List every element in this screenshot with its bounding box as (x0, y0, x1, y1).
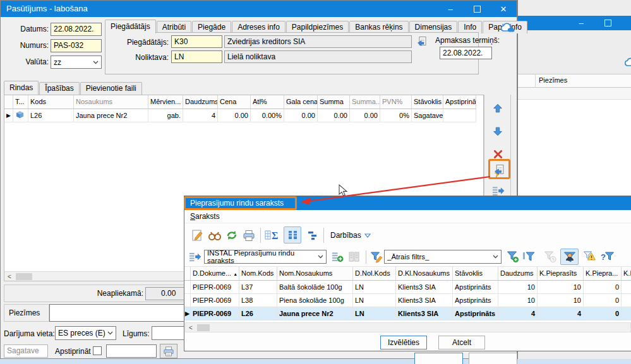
copy-lines-icon[interactable] (491, 184, 505, 197)
tab-rindas[interactable]: Rindas (4, 81, 39, 95)
col-type[interactable]: T... (13, 95, 28, 109)
cell-piepra[interactable]: 0 (584, 281, 622, 294)
menu-saraksts[interactable]: Saraksts (190, 212, 220, 221)
cell-kp[interactable] (622, 307, 631, 320)
date-field[interactable]: 22.08.2022. (51, 23, 102, 36)
cell-kods[interactable]: L26 (239, 307, 277, 320)
cell-nol-kods[interactable]: LN (353, 307, 396, 320)
filter-apply-icon[interactable] (522, 250, 536, 264)
cell-pieprasits[interactable]: 4 (538, 307, 584, 320)
minimize-icon[interactable]: – (568, 16, 594, 30)
cell-stavoklis[interactable]: Apstiprināts (453, 294, 498, 307)
copy-list-icon[interactable] (347, 250, 361, 263)
tab-ipasibas[interactable]: Īpašības (39, 82, 79, 95)
move-line-down-icon[interactable] (491, 125, 504, 138)
cell-kl-nosaukums[interactable]: Klients3 SIA (396, 307, 453, 320)
cell-kp[interactable] (622, 294, 631, 307)
cell-atl[interactable]: 0.00% (251, 109, 284, 122)
pick-from-requests-icon[interactable] (492, 163, 506, 177)
filter-add-icon[interactable] (506, 250, 520, 264)
col-stavoklis[interactable]: Stāvoklis (412, 95, 443, 109)
quick-filter-select[interactable]: _Ātrais filtrs_ (384, 250, 502, 264)
col-pvn[interactable]: PVN% (380, 95, 412, 109)
view-binoculars-icon[interactable] (207, 228, 222, 243)
cell-gala-cena[interactable]: 0.00 (284, 109, 318, 122)
col-nom-nosaukums[interactable]: Nom.Nosaukums (277, 267, 353, 281)
cloud-chat-icon[interactable] (624, 57, 631, 68)
cell-pvn[interactable]: 0% (380, 109, 412, 122)
table-row[interactable]: PIEPR-0069 L38 Piena šokolāde 100g LN Kl… (184, 294, 631, 307)
cell-kods[interactable]: L26 (28, 109, 74, 122)
cell-apstiprinata[interactable] (443, 109, 476, 122)
maximize-icon[interactable] (464, 1, 490, 17)
cell-nosaukums[interactable]: Baltā šokolāde 100g (277, 281, 353, 294)
filter-edit-icon[interactable] (370, 250, 383, 264)
table-row[interactable]: ▶ L26 Jauna prece Nr2 gab. 4 0.00 0.00% … (4, 109, 483, 122)
cell-daudzums[interactable]: 10 (498, 294, 538, 307)
actions-dropdown[interactable]: Darbības (330, 229, 371, 242)
background-window-titlebar[interactable]: – (518, 16, 631, 30)
close-icon[interactable]: ✕ (490, 1, 517, 17)
tab-pievienotie-faili[interactable]: Pievienotie faili (80, 82, 142, 95)
cell-kods[interactable]: L37 (239, 281, 277, 294)
cloud-chat-icon[interactable] (500, 22, 515, 35)
tab-piegadatajs[interactable]: Piegādātājs (105, 20, 156, 33)
sum-sigma-icon[interactable]: Σ (264, 228, 280, 243)
scroll-left-icon[interactable]: < (4, 272, 15, 281)
col-nol-kods[interactable]: D.Nol.Kods (353, 267, 396, 281)
col-kp[interactable]: K.P (622, 267, 631, 281)
list-layout-select[interactable]: INSTAL Pieprasījumu rindu saraksts (204, 250, 327, 264)
add-list-icon[interactable] (330, 250, 344, 263)
cell-nosaukums[interactable]: Jauna prece Nr2 (74, 109, 148, 122)
warehouse-code-field[interactable]: LN (171, 50, 222, 63)
background-notes-header[interactable]: Piezīmes (539, 76, 567, 84)
col-summa[interactable]: Summa (318, 95, 350, 109)
cell-daudzums[interactable]: 4 (498, 307, 538, 320)
cell-summa2[interactable]: 0.00 (350, 109, 380, 122)
col-mervien[interactable]: Mērvien... (148, 95, 183, 109)
tab-papildpiezimes[interactable]: Papildpiezīmes (286, 21, 349, 33)
supplier-code-field[interactable]: K30 (171, 35, 222, 48)
cell-summa[interactable]: 0.00 (318, 109, 350, 122)
table-row[interactable]: PIEPR-0069 L37 Baltā šokolāde 100g LN Kl… (184, 281, 631, 294)
popup-hscrollbar[interactable]: < (185, 322, 631, 332)
cell-kods[interactable]: L38 (239, 294, 277, 307)
cell-mervien[interactable]: gab. (148, 109, 183, 122)
cell-kl-nosaukums[interactable]: Klients3 SIA (396, 281, 453, 294)
edit-icon[interactable] (190, 228, 204, 243)
hidden-button-fragment[interactable] (414, 353, 463, 364)
tab-dimensijas[interactable]: Dimensijas (409, 21, 458, 33)
minimize-icon[interactable]: – (437, 1, 464, 17)
cell-piepra[interactable]: 0 (584, 294, 622, 307)
number-field[interactable]: PAS-032 (51, 39, 102, 52)
col-nosaukums[interactable]: Nosaukums (74, 95, 148, 109)
col-gala-cena[interactable]: Gala cena (284, 95, 318, 109)
cell-pieprasits[interactable]: 10 (538, 294, 584, 307)
print-button[interactable] (160, 344, 177, 358)
transaction-place-select[interactable]: ES preces (E) (55, 326, 116, 340)
tab-atributi[interactable]: Atribūti (157, 21, 191, 33)
cell-nosaukums[interactable]: Jauna prece Nr2 (277, 307, 353, 320)
col-kl-nosaukums[interactable]: D.Kl.Nosaukums (396, 267, 453, 281)
open-document-icon[interactable] (415, 35, 429, 49)
col-apstiprinata[interactable]: Apstiprināta (443, 95, 476, 109)
col-daudzums[interactable]: Daudzums (498, 267, 538, 281)
tab-adreses-info[interactable]: Adreses info (232, 21, 285, 33)
cell-kl-nosaukums[interactable]: Klients3 SIA (396, 294, 453, 307)
background-grid-row[interactable] (518, 88, 631, 100)
col-daudzums[interactable]: Daudzums (183, 95, 218, 109)
hidden-button-fragment[interactable] (469, 353, 517, 364)
cell-daudzums[interactable]: 4 (183, 109, 218, 122)
popup-titlebar[interactable]: Pieprasījumu rindu saraksts (184, 196, 631, 210)
col-doc[interactable]: D.Dokume... ▲ (191, 267, 239, 281)
cell-stavoklis[interactable]: Apstiprināts (453, 281, 498, 294)
filter-warning-icon[interactable] (582, 250, 597, 264)
cell-nosaukums[interactable]: Piena šokolāde 100g (277, 294, 353, 307)
col-summa2[interactable]: Summa... (350, 95, 380, 109)
delete-line-icon[interactable] (491, 148, 504, 160)
cell-doc[interactable]: PIEPR-0069 (191, 281, 239, 294)
cell-stavoklis[interactable]: Sagatave (412, 109, 443, 122)
cell-cena[interactable]: 0.00 (218, 109, 251, 122)
filter-by-user-icon[interactable] (560, 249, 579, 265)
tab-info[interactable]: Info (458, 21, 482, 33)
